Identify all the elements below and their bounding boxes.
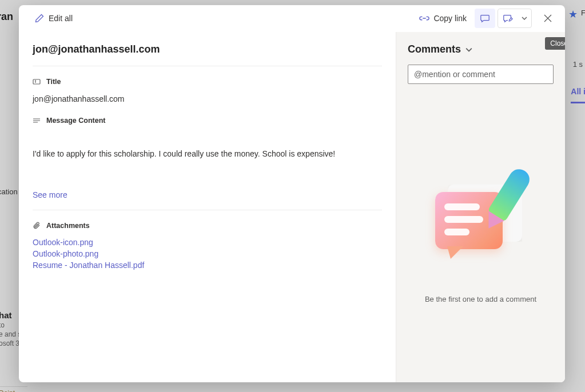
background-partial-text: F [581,9,585,17]
comments-empty-state: Be the first one to add a comment [408,107,554,369]
comments-header[interactable]: Comments [408,43,554,55]
comments-title: Comments [408,43,461,55]
see-more-link[interactable]: See more [33,190,382,199]
comment-edit-icon [503,13,513,23]
close-icon [543,14,552,23]
comments-empty-text: Be the first one to add a comment [425,295,536,303]
field-message: Message Content I'd like to apply for th… [33,105,382,160]
background-partial-text: cation [0,187,18,196]
text-lines-icon [33,117,41,125]
copy-link-label: Copy link [433,14,467,23]
paperclip-icon [33,222,41,230]
background-partial-text: to [0,321,5,329]
background-tab-all: All i [571,87,585,103]
star-icon: ★ [568,8,578,21]
activity-button[interactable] [498,9,518,28]
comment-icon [480,13,490,23]
link-icon [419,13,429,23]
background-partial-text: Doint [0,386,27,392]
comments-toggle-button[interactable] [475,9,495,28]
field-title: Title jon@jonathanhassell.com [33,66,382,105]
copy-link-button[interactable]: Copy link [413,9,472,27]
attachments-list: Outlook-icon.png Outlook-photo.png Resum… [33,237,382,271]
attachment-link[interactable]: Resume - Jonathan Hassell.pdf [33,259,382,271]
attachment-link[interactable]: Outlook-photo.png [33,248,382,259]
comments-panel: Comments [396,32,565,382]
svg-rect-0 [33,79,40,84]
textbox-icon [33,78,41,86]
edit-all-label: Edit all [49,14,73,23]
comments-illustration [431,172,531,272]
activity-dropdown-caret[interactable] [518,15,531,21]
field-title-value[interactable]: jon@jonathanhassell.com [33,93,382,105]
chevron-down-icon [465,46,472,53]
header-actions: Copy link [413,9,558,28]
item-detail-modal: Edit all Copy link [19,5,565,382]
background-partial-text: 1 s [573,60,583,69]
background-partial-text: e and s [0,330,21,338]
modal-header: Edit all Copy link [19,5,565,32]
main-content: jon@jonathanhassell.com Title jon@jonath… [19,32,396,382]
attachment-link[interactable]: Outlook-icon.png [33,237,382,248]
item-title-heading: jon@jonathanhassell.com [33,43,382,66]
activity-dropdown-group [498,9,532,28]
field-attachments: Attachments Outlook-icon.png Outlook-pho… [33,210,382,271]
field-message-label: Message Content [46,117,106,125]
edit-all-button[interactable]: Edit all [30,10,77,26]
background-chat-heading: hat [0,310,12,320]
comment-input[interactable] [408,65,554,84]
pencil-icon [35,14,44,23]
modal-body: jon@jonathanhassell.com Title jon@jonath… [19,32,565,382]
chevron-down-icon [522,15,527,21]
field-attachments-label: Attachments [46,222,90,230]
close-tooltip: Close [545,37,565,50]
field-title-label: Title [46,78,61,86]
background-partial-text: ran [0,11,13,23]
close-button[interactable] [538,9,558,28]
field-message-value[interactable]: I'd like to apply for this scholarship. … [33,147,382,160]
